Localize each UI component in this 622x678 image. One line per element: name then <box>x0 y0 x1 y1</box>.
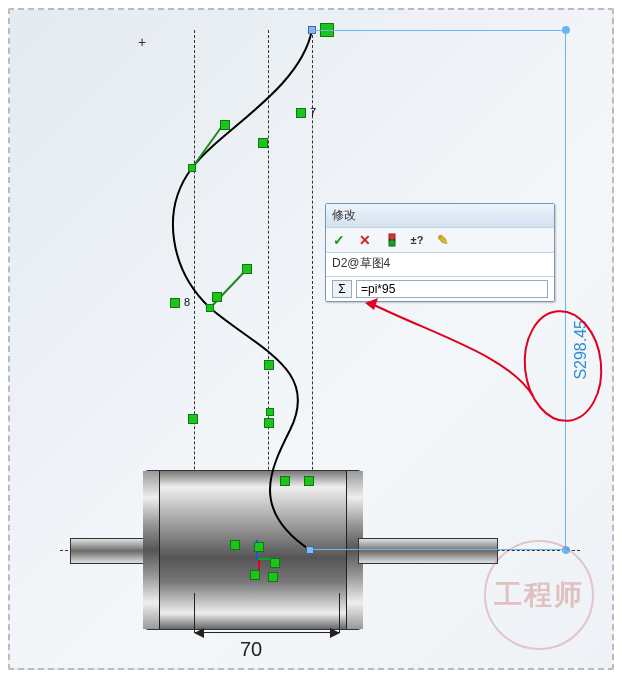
dimension-input[interactable] <box>356 280 548 298</box>
canvas-frame: + 7 8 S2 <box>8 8 614 670</box>
constraint-icon-10[interactable] <box>250 570 260 580</box>
modify-dialog[interactable]: 修改 ✓ ✕ ±? ✎ D2@草图4 Σ <box>325 203 555 302</box>
constraint-horizontal-icon[interactable] <box>296 108 306 118</box>
constraint-tangent-icon[interactable] <box>258 138 268 148</box>
cancel-button[interactable]: ✕ <box>356 231 374 249</box>
svg-line-1 <box>210 268 248 308</box>
constraint-handle-icon-1[interactable] <box>220 120 230 130</box>
dimension-link-label: D2@草图4 <box>326 253 554 276</box>
constraint-icon-8[interactable] <box>254 542 264 552</box>
dimension-horizontal-value[interactable]: 70 <box>240 638 262 661</box>
svg-rect-3 <box>389 240 395 246</box>
constraint-horizontal-icon-2[interactable] <box>170 298 180 308</box>
constraint-icon-11[interactable] <box>268 572 278 582</box>
spline-point-2[interactable] <box>206 304 214 312</box>
constraint-handle-icon-3[interactable] <box>242 264 252 274</box>
ok-button[interactable]: ✓ <box>330 231 348 249</box>
constraint-icon-6[interactable] <box>304 476 314 486</box>
constraint-icon-4[interactable] <box>264 418 274 428</box>
spline-endpoint-bottom[interactable] <box>306 546 314 554</box>
spline-point-3[interactable] <box>266 408 274 416</box>
dimension-horizontal[interactable] <box>194 632 340 633</box>
rebuild-button[interactable] <box>382 231 400 249</box>
dialog-toolbar: ✓ ✕ ±? ✎ <box>326 227 554 253</box>
spline-point-1[interactable] <box>188 164 196 172</box>
mark-button[interactable]: ✎ <box>434 231 452 249</box>
sigma-icon[interactable]: Σ <box>332 280 352 298</box>
constraint-vertical-icon-2[interactable] <box>188 414 198 424</box>
constraint-icon-7[interactable] <box>230 540 240 550</box>
dimension-vertical[interactable] <box>565 30 566 550</box>
dialog-title: 修改 <box>326 204 554 227</box>
constraint-handle-icon-2[interactable] <box>212 292 222 302</box>
dialog-input-row: Σ <box>326 276 554 301</box>
constraint-icon-5[interactable] <box>280 476 290 486</box>
constraint-label-8: 8 <box>184 296 190 308</box>
tolerance-button[interactable]: ±? <box>408 231 426 249</box>
constraint-label-7: 7 <box>310 106 316 118</box>
dimension-vertical-value[interactable]: S298.45 <box>572 320 590 380</box>
constraint-icon-9[interactable] <box>270 558 280 568</box>
constraint-vertical-icon[interactable] <box>264 360 274 370</box>
svg-rect-2 <box>389 234 395 240</box>
